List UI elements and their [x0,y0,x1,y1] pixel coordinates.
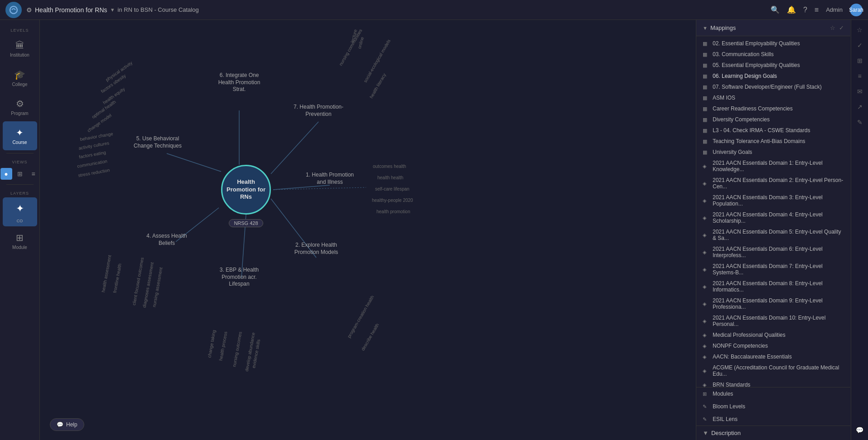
mapping-icon-m24: ◈ [703,354,709,360]
menu-icon[interactable]: ≡ [815,6,819,14]
title-dropdown[interactable]: ▾ [111,6,114,13]
branch-node-4[interactable]: 4. Assess Health Beliefs [140,233,194,247]
sidebar-item-course[interactable]: ✦ Course [3,121,37,150]
program-label: Program [11,111,28,116]
nrsg-badge: NRSG 428 [221,219,271,227]
layers-item-co[interactable]: ✦ CO [3,197,37,226]
mapping-icon-m17: ◈ [703,249,709,255]
app-logo[interactable] [5,2,22,18]
search-icon[interactable]: 🔍 [771,5,780,14]
mapping-item-m17[interactable]: ◈2021 AACN Essentials Domain 6: Entry-Le… [696,244,850,261]
sidebar-item-program[interactable]: ⚙ Program [3,92,37,121]
sidebar-divider-2 [6,184,34,185]
mapping-icon-m11: ▦ [703,149,709,155]
mappings-header[interactable]: ▼ Mappings ☆ ✓ [696,20,850,36]
mapping-item-m12[interactable]: ◈2021 AACN Essentials Domain 1: Entry-Le… [696,158,850,175]
mappings-list[interactable]: ▦02. Essential Employability Qualities▦0… [696,36,850,387]
mapping-item-m5[interactable]: ▦07. Software Developer/Engineer (Full S… [696,81,850,92]
bloom-label: Bloom Levels [713,403,745,410]
mapping-label-m6: ASM IOS [713,95,735,101]
mapping-item-m23[interactable]: ◈NONPF Competencies [696,340,850,351]
mapping-item-m2[interactable]: ▦03. Communication Skills [696,49,850,60]
mapping-label-m13: 2021 AACN Essentials Domain 2: Entry-Lev… [713,177,844,190]
levels-label: LEVELS [0,28,39,33]
mapping-item-m19[interactable]: ◈2021 AACN Essentials Domain 8: Entry-Le… [696,278,850,295]
mapping-item-m26[interactable]: ◈BRN Standards [696,379,850,387]
mapping-item-m16[interactable]: ◈2021 AACN Essentials Domain 5: Entry-Le… [696,226,850,244]
branch-node-3[interactable]: 3. EBP & Health Promotion acr. Lifespan [212,267,266,288]
mapping-icon-m3: ▦ [703,62,709,68]
branch-node-5[interactable]: 5. Use Behavioral Change Techniques [130,135,185,149]
right-icon-chat[interactable]: 💬 [854,424,866,436]
right-icon-list[interactable]: ≡ [854,70,866,82]
mapping-item-m18[interactable]: ◈2021 AACN Essentials Domain 7: Entry-Le… [696,261,850,278]
description-header[interactable]: ▼ Description [703,430,844,436]
keyword-health-assessment: health assessment [101,254,112,292]
view-list[interactable]: ≡ [28,168,39,180]
main-canvas[interactable]: Health Promotion for RNs NRSG 428 1. Hea… [40,20,696,440]
mapping-item-m8[interactable]: ▦Diversity Competencies [696,114,850,125]
notifications-icon[interactable]: 🔔 [787,5,796,14]
help-button[interactable]: 💬 Help [50,418,84,431]
mapping-label-m9: L3 - 04. Check IRMA - CSWE Standards [713,127,810,134]
mapping-icon-m26: ◈ [703,382,709,387]
branch-node-1[interactable]: 1. Health Promotion and Illness [303,172,357,186]
keyword-self-care: self-care lifespan [375,187,410,191]
mapping-label-m10: Teaching Tolerance Anti-Bias Domains [713,138,805,144]
mapping-item-m24[interactable]: ◈AACN: Baccalaureate Essentials [696,351,850,362]
user-avatar[interactable]: Sarah [850,4,863,16]
mapping-icon-m12: ◈ [703,163,709,169]
bloom-levels-item[interactable]: ✎ Bloom Levels [696,400,850,413]
mapping-item-m4[interactable]: ▦06. Learning Design Goals [696,71,850,81]
mapping-item-m22[interactable]: ◈Medical Professional Qualities [696,330,850,340]
sidebar-item-institution[interactable]: 🏛 Institution [3,34,37,63]
mapping-item-m20[interactable]: ◈2021 AACN Essentials Domain 9: Entry-Le… [696,295,850,312]
mappings-check-icon[interactable]: ✓ [839,24,844,31]
mapping-icon-m23: ◈ [703,343,709,349]
layers-item-module[interactable]: ⊞ Module [3,226,37,255]
sidebar-item-college[interactable]: 🎓 College [3,63,37,92]
esil-lens-item[interactable]: ✎ ESIL Lens [696,413,850,426]
co-icon: ✦ [12,201,28,217]
page-title: Health Promotion for RNs [35,6,107,14]
view-grid[interactable]: ⊞ [14,168,26,180]
mapping-item-m1[interactable]: ▦02. Essential Employability Qualities [696,38,850,49]
modules-item[interactable]: ⊞ Modules [696,387,850,400]
mapping-label-m4: 06. Learning Design Goals [713,73,777,79]
right-icon-mail[interactable]: ✉ [854,85,866,98]
mapping-icon-m19: ◈ [703,284,709,290]
mapping-item-m3[interactable]: ▦05. Essential Employability Qualities [696,60,850,71]
right-icon-edit[interactable]: ✎ [854,116,866,129]
mapping-label-m3: 05. Essential Employability Qualities [713,62,800,68]
mapping-item-m25[interactable]: ◈ACGME (Accreditation Council for Gradua… [696,362,850,379]
mappings-star-icon[interactable]: ☆ [830,24,835,31]
mapping-item-m14[interactable]: ◈2021 AACN Essentials Domain 3: Entry-Le… [696,192,850,209]
mapping-item-m7[interactable]: ▦Career Readiness Competencies [696,103,850,114]
mapping-item-m11[interactable]: ▦University Goals [696,147,850,158]
right-icon-grid[interactable]: ⊞ [854,54,866,67]
help-icon[interactable]: ? [803,6,807,14]
bloom-icon: ✎ [703,404,709,410]
right-icon-star[interactable]: ☆ [854,24,866,36]
mapping-icon-m7: ▦ [703,106,709,112]
mapping-label-m23: NONPF Competencies [713,343,768,349]
mapping-label-m20: 2021 AACN Essentials Domain 9: Entry-Lev… [713,297,844,310]
mapping-item-m6[interactable]: ▦ASM IOS [696,92,850,103]
mapping-item-m10[interactable]: ▦Teaching Tolerance Anti-Bias Domains [696,136,850,147]
mapping-item-m13[interactable]: ◈2021 AACN Essentials Domain 2: Entry-Le… [696,175,850,192]
mapping-label-m19: 2021 AACN Essentials Domain 8: Entry-Lev… [713,280,844,293]
right-icon-check[interactable]: ✓ [854,39,866,52]
topbar-right: 🔍 🔔 ? ≡ Admin Sarah [771,4,863,16]
branch-node-2[interactable]: 2. Explore Health Promotion Models [289,242,343,256]
central-node[interactable]: Health Promotion for RNs [221,165,271,215]
mapping-item-m21[interactable]: ◈2021 AACN Essentials Domain 10: Entry-L… [696,312,850,330]
branch-node-7[interactable]: 7. Health Promotion-Prevention [291,104,346,118]
view-radial[interactable]: ● [0,168,12,180]
mapping-item-m15[interactable]: ◈2021 AACN Essentials Domain 4: Entry-Le… [696,209,850,226]
right-icon-arrow[interactable]: ↗ [854,100,866,113]
mapping-item-m9[interactable]: ▦L3 - 04. Check IRMA - CSWE Standards [696,125,850,136]
mapping-label-m18: 2021 AACN Essentials Domain 7: Entry-Lev… [713,263,844,276]
course-label: Course [12,140,27,145]
keyword-outcomes-health: outcomes health [373,164,406,169]
branch-node-6[interactable]: 6. Integrate One Health Promotion Strat. [212,72,266,93]
